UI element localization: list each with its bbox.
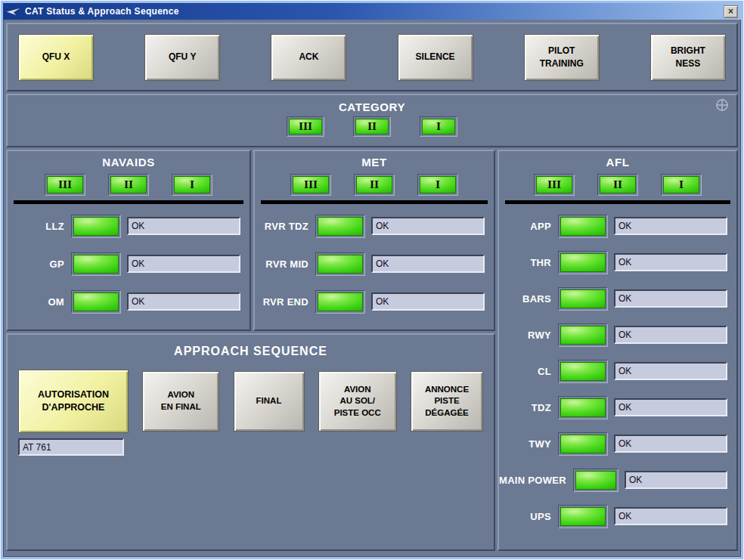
rvr-end-label: RVR END xyxy=(255,296,315,308)
rvr-end-status-field: OK xyxy=(371,292,485,311)
lamp-face: I xyxy=(420,176,456,193)
button-avion-au-sol-piste-occ[interactable]: AVION AU SOL/ PISTE OCC xyxy=(318,371,397,432)
thr-status-field: OK xyxy=(614,253,727,271)
lamp-face xyxy=(73,217,119,236)
lamp-face xyxy=(560,398,606,417)
status-row-cl: CL OK xyxy=(499,359,736,383)
twy-status-field: OK xyxy=(614,435,727,453)
rwy-lamp xyxy=(558,323,608,347)
divider xyxy=(14,200,243,204)
lamp-face xyxy=(560,326,606,345)
button-qfu-y[interactable]: QFU Y xyxy=(144,34,220,81)
met-panel: MET III II I RVR TDZ OK RVR MID OK RVR E… xyxy=(253,150,495,331)
status-row-twy: TWY OK xyxy=(499,432,736,456)
lamp-face: II xyxy=(110,176,147,193)
status-row-main-power: MAIN POWER OK xyxy=(499,468,736,492)
titlebar[interactable]: CAT Status & Approach Sequence × xyxy=(3,3,741,20)
met-title: MET xyxy=(255,156,494,169)
navaids-panel: NAVAIDS III II I LLZ OK GP OK OM OK xyxy=(6,150,251,331)
rwy-label: RWY xyxy=(499,330,558,341)
lamp-face: III xyxy=(289,119,322,135)
tdz-lamp xyxy=(558,396,608,419)
llz-status-field: OK xyxy=(127,217,240,235)
status-row-rvr-tdz: RVR TDZ OK xyxy=(255,214,494,238)
lamp-face: III xyxy=(47,176,83,193)
button-autorisation-dapproche[interactable]: AUTORISATION D'APPROCHE xyxy=(18,370,129,433)
lamp-face xyxy=(560,253,606,272)
met-lamp-cat3: III xyxy=(290,174,331,196)
lamp-face xyxy=(318,292,363,311)
crosshair-icon xyxy=(715,97,730,113)
afl-lamp-cat2: II xyxy=(597,174,638,196)
bars-label: BARS xyxy=(499,293,558,305)
bars-lamp xyxy=(558,287,608,311)
tdz-status-field: OK xyxy=(614,398,727,416)
navaids-lamp-cat2: II xyxy=(108,174,149,196)
gp-label: GP xyxy=(8,258,71,270)
afl-lamp-cat3: III xyxy=(534,174,575,196)
lamp-face xyxy=(560,289,606,308)
rvr-tdz-label: RVR TDZ xyxy=(255,221,315,232)
rwy-status-field: OK xyxy=(614,326,727,344)
llz-lamp xyxy=(71,215,121,238)
status-row-gp: GP OK xyxy=(8,252,250,276)
ups-status-field: OK xyxy=(614,507,727,525)
status-row-app: APP OK xyxy=(499,214,736,238)
button-brightness[interactable]: BRIGHT NESS xyxy=(650,34,726,81)
lamp-face: III xyxy=(293,176,329,193)
cl-label: CL xyxy=(499,366,558,377)
afl-title: AFL xyxy=(499,156,736,169)
rvr-end-lamp xyxy=(315,290,365,314)
rvr-mid-status-field: OK xyxy=(371,255,485,273)
met-category-lamps: III II I xyxy=(255,174,494,196)
afl-lamp-cat1: I xyxy=(661,174,702,196)
app-label: APP xyxy=(499,221,558,232)
close-icon: × xyxy=(728,7,733,16)
rvr-tdz-lamp xyxy=(315,215,365,238)
lamp-face xyxy=(73,255,119,274)
category-lamps: III II I xyxy=(8,116,736,137)
rvr-mid-label: RVR MID xyxy=(255,258,315,270)
category-title: CATEGORY xyxy=(8,101,736,113)
om-lamp xyxy=(71,290,121,314)
lamp-face xyxy=(73,292,119,311)
main-power-status-field: OK xyxy=(625,471,727,489)
status-row-thr: THR OK xyxy=(499,250,736,274)
button-ack[interactable]: ACK xyxy=(271,34,346,81)
callsign-field[interactable]: AT 761 xyxy=(18,438,124,456)
status-row-rwy: RWY OK xyxy=(499,323,736,347)
approach-buttons: AUTORISATION D'APPROCHE AVION EN FINAL F… xyxy=(8,369,494,434)
button-pilot-training[interactable]: PILOT TRAINING xyxy=(524,34,600,81)
cat-status-window: CAT Status & Approach Sequence × QFU X Q… xyxy=(0,0,744,560)
lamp-face xyxy=(560,507,606,526)
cl-status-field: OK xyxy=(614,362,727,380)
gp-status-field: OK xyxy=(127,255,240,273)
status-row-tdz: TDZ OK xyxy=(499,395,736,419)
om-status-field: OK xyxy=(127,292,240,311)
lamp-face: II xyxy=(600,176,636,193)
category-lamp-cat3: III xyxy=(287,116,324,137)
status-row-rvr-mid: RVR MID OK xyxy=(255,252,494,276)
button-qfu-x[interactable]: QFU X xyxy=(18,34,94,81)
main-power-lamp xyxy=(573,469,618,492)
category-lamp-cat1: I xyxy=(420,116,457,137)
button-final[interactable]: FINAL xyxy=(234,371,305,432)
cl-lamp xyxy=(558,360,608,383)
navaids-lamp-cat1: I xyxy=(172,174,212,196)
rvr-tdz-status-field: OK xyxy=(371,217,485,235)
toolbar-panel: QFU X QFU Y ACK SILENCE PILOT TRAINING B… xyxy=(6,23,738,91)
lamp-face: II xyxy=(356,176,392,193)
lamp-face: I xyxy=(422,119,455,135)
button-avion-en-final[interactable]: AVION EN FINAL xyxy=(142,371,219,432)
afl-panel: AFL III II I APP OK THR OK BARS OK RWY O… xyxy=(498,150,738,551)
close-button[interactable]: × xyxy=(724,5,738,18)
button-annonce-piste-degagee[interactable]: ANNONCE PISTE DÉGAGÉE xyxy=(411,371,483,432)
airplane-icon xyxy=(6,6,21,17)
status-row-bars: BARS OK xyxy=(499,286,736,311)
lamp-face xyxy=(560,435,606,453)
met-lamp-cat1: I xyxy=(417,174,458,196)
divider xyxy=(505,200,730,204)
lamp-face: I xyxy=(174,176,210,193)
thr-lamp xyxy=(558,251,608,274)
button-silence[interactable]: SILENCE xyxy=(398,34,473,81)
